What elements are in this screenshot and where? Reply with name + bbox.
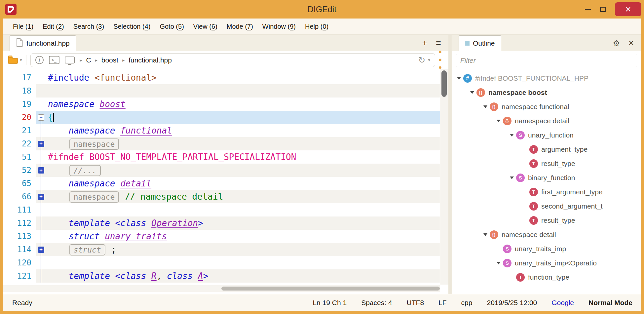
fold-expand-marker-icon[interactable]: + [38,194,44,200]
outline-item[interactable]: {}namespace functional [452,99,641,114]
line-number[interactable]: 113 [3,230,36,243]
status-encoding[interactable]: UTF8 [407,299,424,307]
terminal-button[interactable]: >_ [49,56,59,64]
line-number[interactable]: 19 [3,98,36,111]
outline-item[interactable]: Tsecond_argument_t [452,199,641,213]
code-line-text[interactable]: //... [46,164,440,177]
code-line-112[interactable]: 112 template <class Operation> [3,216,440,230]
line-number[interactable]: 18 [3,84,36,98]
status-indentation[interactable]: Spaces: 4 [361,299,392,307]
code-line-17[interactable]: 17#include <functional> [3,71,440,84]
panel-divider[interactable] [448,35,452,294]
outline-item[interactable]: Tfunction_type [452,270,641,284]
breadcrumb-item[interactable]: boost [101,56,118,64]
line-number[interactable]: 51 [3,150,36,164]
code-line-text[interactable] [46,256,440,269]
code-line-text[interactable]: #include <functional> [46,71,440,84]
menu-view[interactable]: View (6) [189,23,222,30]
minimize-button[interactable] [585,9,591,10]
horizontal-scrollbar-thumb[interactable] [221,287,440,291]
horizontal-scrollbar[interactable] [3,285,440,292]
tab-functional-hpp[interactable]: functional.hpp [10,35,76,51]
fold-gutter[interactable]: + [36,243,46,256]
tab-list-button[interactable]: ≡ [436,39,441,48]
code-line-text[interactable]: template <class R, class A> [46,269,440,283]
line-number[interactable]: 112 [3,216,36,230]
title-bar[interactable]: DIGEdit × [0,0,644,19]
status-language[interactable]: cpp [461,299,473,307]
preview-button[interactable] [65,57,75,63]
code-line-text[interactable]: namespace boost [46,98,440,111]
code-line-111[interactable]: 111 [3,203,440,216]
line-number[interactable]: 120 [3,256,36,269]
status-cursor-position[interactable]: Ln 19 Ch 1 [313,299,347,307]
outline-filter-input[interactable] [456,54,637,67]
code-line-52[interactable]: 52+ //... [3,164,440,177]
menu-file[interactable]: File (1) [8,23,38,30]
code-line-21[interactable]: 21 namespace functional [3,124,440,137]
code-line-text[interactable]: struct unary_traits [46,230,440,243]
code-line-22[interactable]: 22+ namespace [3,137,440,150]
code-line-51[interactable]: 51#ifndef BOOST_NO_TEMPLATE_PARTIAL_SPEC… [3,150,440,164]
code-line-text[interactable]: #ifndef BOOST_NO_TEMPLATE_PARTIAL_SPECIA… [46,150,440,164]
outline-item[interactable]: {}namespace detail [452,227,641,242]
close-button[interactable]: × [615,2,641,16]
vertical-scrollbar[interactable] [440,69,448,285]
vertical-scrollbar-thumb[interactable] [441,70,447,97]
menu-search[interactable]: Search (3) [69,23,109,30]
fold-gutter[interactable]: + [36,190,46,203]
code-line-66[interactable]: 66+ namespace // namespace detail [3,190,440,203]
tree-expand-arrow-icon[interactable] [508,177,515,179]
code-editor[interactable]: 17#include <functional>1819namespace boo… [3,69,448,294]
line-number[interactable]: 65 [3,177,36,190]
outline-item[interactable]: {}namespace detail [452,114,641,128]
menu-mode[interactable]: Mode (7) [222,23,258,30]
outline-item[interactable]: Sunary_function [452,128,641,142]
info-button[interactable]: i [35,56,44,64]
fold-expand-marker-icon[interactable]: + [38,167,44,174]
outline-item[interactable]: Tresult_type [452,213,641,227]
menu-help[interactable]: Help (0) [300,23,333,30]
code-line-text[interactable]: { [46,111,440,124]
code-line-text[interactable]: namespace [46,137,440,150]
code-line-65[interactable]: 65 namespace detail [3,177,440,190]
status-line-ending[interactable]: LF [438,299,447,307]
status-google-link[interactable]: Google [551,299,574,307]
tab-outline[interactable]: Outline [459,35,501,51]
maximize-button[interactable] [600,7,606,12]
line-number[interactable]: 114 [3,243,36,256]
line-number[interactable]: 52 [3,164,36,177]
code-line-text[interactable] [46,84,440,98]
menu-goto[interactable]: Goto (5) [155,23,188,30]
tree-expand-arrow-icon[interactable] [469,91,476,94]
code-line-18[interactable]: 18 [3,84,440,98]
code-line-19[interactable]: 19namespace boost [3,98,440,111]
line-number[interactable]: 17 [3,71,36,84]
outline-close-button[interactable]: × [628,39,634,48]
fold-gutter[interactable]: + [36,164,46,177]
breadcrumb-item[interactable]: C [86,56,91,64]
outline-settings-button[interactable]: ⚙ [613,39,620,47]
line-number[interactable]: 20 [3,111,36,124]
tree-expand-arrow-icon[interactable] [508,134,515,137]
breadcrumb-item[interactable]: functional.hpp [129,56,172,64]
outline-item[interactable]: Tresult_type [452,156,641,171]
fold-collapse-marker-icon[interactable]: − [38,114,44,121]
line-number[interactable]: 21 [3,124,36,137]
new-tab-button[interactable]: + [422,39,427,48]
line-number[interactable]: 121 [3,269,36,283]
code-line-121[interactable]: 121 template <class R, class A> [3,269,440,283]
tree-expand-arrow-icon[interactable] [495,262,502,264]
code-line-text[interactable]: namespace // namespace detail [46,190,440,203]
tree-expand-arrow-icon[interactable] [455,77,463,80]
code-line-120[interactable]: 120 [3,256,440,269]
code-line-20[interactable]: 20−{ [3,111,440,124]
tree-expand-arrow-icon[interactable] [495,120,502,122]
status-mode[interactable]: Normal Mode [588,299,632,307]
tree-expand-arrow-icon[interactable] [482,105,489,108]
outline-item[interactable]: Sbinary_function [452,171,641,185]
code-line-text[interactable]: struct ; [46,243,440,256]
menu-window[interactable]: Window (9) [258,23,300,30]
line-number[interactable]: 22 [3,137,36,150]
refresh-dropdown-caret-icon[interactable]: ▾ [428,58,430,62]
